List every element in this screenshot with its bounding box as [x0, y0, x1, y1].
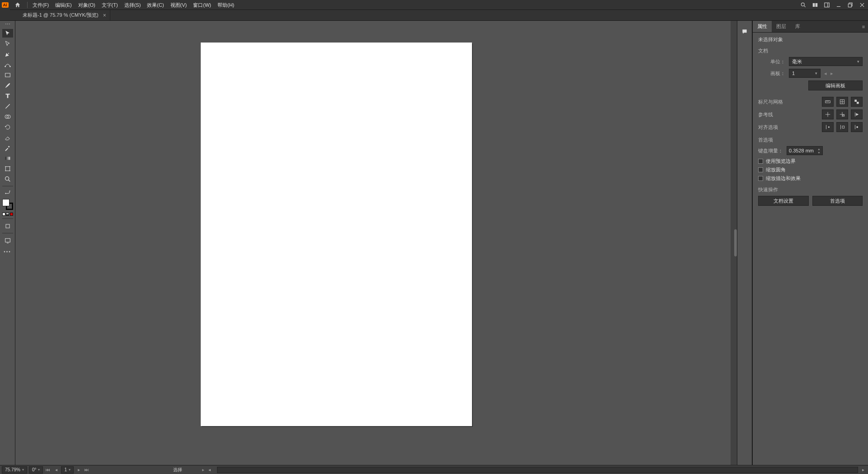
draw-mode-icon[interactable] [2, 222, 13, 230]
snap-point-icon[interactable] [822, 122, 834, 132]
document-tab[interactable]: 未标题-1 @ 75.79 % (CMYK/预览) × [19, 10, 110, 20]
menu-view[interactable]: 视图(V) [167, 0, 190, 10]
section-preferences: 首选项 [758, 137, 863, 143]
search-icon[interactable] [797, 0, 809, 10]
artboard-tool[interactable] [2, 164, 13, 173]
toolbar-separator [2, 186, 13, 186]
svg-rect-48 [842, 126, 844, 128]
color-mode-row[interactable] [2, 213, 13, 216]
menu-edit[interactable]: 编辑(E) [52, 0, 75, 10]
menu-type[interactable]: 文字(T) [99, 0, 121, 10]
curvature-tool[interactable] [2, 60, 13, 69]
scroll-right-icon[interactable]: ▸ [860, 467, 866, 473]
snap-grid-icon[interactable] [836, 122, 848, 132]
first-artboard-icon[interactable]: ⏮ [45, 467, 51, 473]
zoom-tool[interactable] [2, 175, 13, 183]
menu-file[interactable]: 文件(F) [29, 0, 52, 10]
home-icon[interactable] [13, 0, 23, 9]
tab-layers[interactable]: 图层 [772, 21, 791, 32]
scroll-left-icon[interactable]: ◂ [206, 467, 212, 473]
smart-guides-icon[interactable] [851, 109, 863, 119]
line-segment-tool[interactable] [2, 102, 13, 110]
direct-selection-tool[interactable] [2, 39, 13, 48]
screen-mode-icon[interactable] [2, 236, 13, 245]
comments-panel-icon[interactable] [739, 26, 750, 37]
chevron-down-icon: ▾ [22, 468, 24, 472]
svg-rect-19 [5, 156, 10, 160]
chevron-down-icon: ▾ [38, 468, 40, 472]
panel-grip-icon[interactable] [3, 24, 12, 25]
artboard-select[interactable]: 1 ▾ [789, 69, 821, 78]
stepper-icon[interactable]: ▲▼ [817, 147, 821, 154]
shape-builder-tool[interactable] [2, 112, 13, 121]
menubar: Ai 文件(F) 编辑(E) 对象(O) 文字(T) 选择(S) 效果(C) 视… [0, 0, 868, 10]
key-increment-label: 键盘增量： [758, 147, 783, 154]
prev-artboard-icon[interactable]: ◂ [53, 467, 59, 473]
edit-artboard-button[interactable]: 编辑画板 [808, 81, 863, 90]
key-increment-value: 0.3528 mm [789, 148, 814, 153]
workspace-icon[interactable] [821, 0, 833, 10]
menu-select[interactable]: 选择(S) [121, 0, 144, 10]
window-close-icon[interactable] [856, 0, 868, 10]
selection-tool[interactable] [2, 29, 13, 38]
rotate-tool[interactable] [2, 123, 13, 131]
units-label: 单位： [758, 58, 785, 65]
rectangle-tool[interactable] [2, 71, 13, 79]
document-tabbar: 未标题-1 @ 75.79 % (CMYK/预览) × [0, 10, 868, 21]
document-setup-button[interactable]: 文档设置 [758, 196, 809, 206]
checkbox-scale-corners[interactable]: 缩放圆角 [758, 166, 863, 173]
canvas-area[interactable] [15, 21, 737, 465]
window-minimize-icon[interactable] [833, 0, 844, 10]
snap-pixel-icon[interactable] [851, 122, 863, 132]
ruler-icon[interactable] [822, 97, 834, 107]
horizontal-scrollbar[interactable] [217, 467, 858, 473]
menu-object[interactable]: 对象(O) [75, 0, 99, 10]
swap-fill-stroke-icon[interactable] [2, 189, 13, 195]
edit-toolbar-icon[interactable]: ••• [4, 249, 11, 254]
eyedropper-tool[interactable] [2, 143, 13, 152]
guides-lock-icon[interactable] [836, 109, 848, 119]
zoom-select[interactable]: 75.79% ▾ [2, 466, 27, 474]
key-increment-input[interactable]: 0.3528 mm ▲▼ [787, 146, 823, 155]
eraser-tool[interactable] [2, 133, 13, 142]
units-value: 毫米 [792, 58, 802, 65]
menu-window[interactable]: 窗口(W) [190, 0, 214, 10]
menu-help[interactable]: 帮助(H) [214, 0, 237, 10]
last-artboard-icon[interactable]: ⏭ [84, 467, 90, 473]
panel-menu-icon[interactable]: ≡ [859, 21, 868, 32]
tab-libraries[interactable]: 库 [791, 21, 805, 32]
status-popup-icon[interactable]: ▸ [202, 467, 204, 472]
fill-stroke-icon[interactable] [2, 199, 13, 210]
vertical-scrollbar[interactable] [731, 21, 737, 465]
section-document: 文档 [758, 47, 863, 54]
transparency-grid-icon[interactable] [851, 97, 863, 107]
panel-tabs: 属性 图层 库 ≡ [753, 21, 868, 33]
artboard-nav-select[interactable]: 1 ▾ [61, 466, 74, 474]
arrange-documents-icon[interactable] [809, 0, 821, 10]
paintbrush-tool[interactable] [2, 81, 13, 90]
units-select[interactable]: 毫米 ▾ [789, 57, 863, 66]
rotation-select[interactable]: 0° ▾ [29, 466, 43, 474]
preferences-button[interactable]: 首选项 [812, 196, 863, 206]
close-tab-icon[interactable]: × [103, 12, 106, 19]
pen-tool[interactable] [2, 50, 13, 58]
artboard[interactable] [201, 43, 472, 426]
menu-effect[interactable]: 效果(C) [144, 0, 167, 10]
gradient-tool[interactable] [2, 154, 13, 162]
tab-properties[interactable]: 属性 [753, 21, 772, 32]
grid-icon[interactable] [836, 97, 848, 107]
svg-point-25 [5, 176, 9, 180]
checkbox-preview-bounds[interactable]: 使用预览边界 [758, 158, 863, 165]
svg-rect-14 [5, 73, 10, 77]
svg-rect-3 [816, 3, 818, 6]
selection-status: 未选择对象 [758, 36, 863, 43]
window-restore-icon[interactable] [844, 0, 856, 10]
artboard-value: 1 [792, 71, 795, 76]
artboard-prev-icon[interactable]: ◂ [824, 71, 827, 76]
type-tool[interactable] [2, 91, 13, 100]
svg-rect-37 [854, 100, 857, 102]
next-artboard-icon[interactable]: ▸ [75, 467, 82, 473]
checkbox-scale-strokes[interactable]: 缩放描边和效果 [758, 175, 863, 182]
artboard-next-icon[interactable]: ▸ [830, 71, 833, 76]
guides-visibility-icon[interactable] [822, 109, 834, 119]
